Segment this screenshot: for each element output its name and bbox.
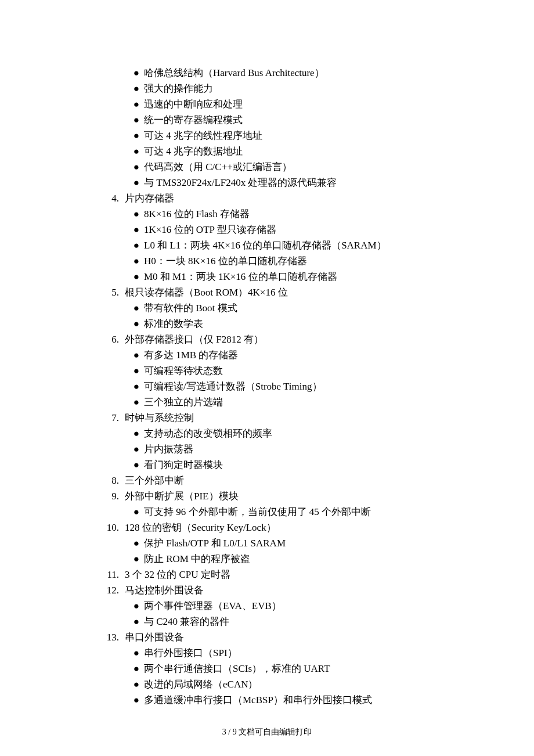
bullet-text: 与 TMS320F24x/LF240x 处理器的源代码兼容 [144, 175, 470, 190]
bullet-text: 代码高效（用 C/C++或汇编语言） [144, 159, 470, 175]
bullet-item: ●迅速的中断响应和处理 [99, 96, 470, 112]
bullet-icon: ● [99, 645, 144, 661]
numbered-item: 13.串口外围设备 [99, 629, 470, 645]
bullet-text: 多通道缓冲串行接口（McBSP）和串行外围接口模式 [144, 692, 470, 708]
item-title: 外部存储器接口（仅 F2812 有） [125, 332, 470, 347]
bullet-item: ●1K×16 位的 OTP 型只读存储器 [99, 222, 470, 237]
bullet-item: ●可编程等待状态数 [99, 363, 470, 379]
bullet-text: 可达 4 兆字的数据地址 [144, 143, 470, 159]
bullet-text: 可达 4 兆字的线性程序地址 [144, 128, 470, 143]
bullet-icon: ● [99, 65, 144, 81]
bullet-text: H0：一块 8K×16 位的单口随机存储器 [144, 253, 470, 269]
bullet-icon: ● [99, 692, 144, 708]
bullet-text: 与 C240 兼容的器件 [144, 614, 470, 629]
bullet-text: 三个独立的片选端 [144, 394, 470, 410]
bullet-icon: ● [99, 300, 144, 316]
bullet-icon: ● [99, 551, 144, 567]
numbered-item: 11.3 个 32 位的 CPU 定时器 [99, 567, 470, 582]
item-number: 10. [99, 520, 125, 535]
bullet-item: ●与 C240 兼容的器件 [99, 614, 470, 629]
bullet-icon: ● [99, 222, 144, 237]
bullet-item: ●标准的数学表 [99, 316, 470, 332]
bullet-text: M0 和 M1：两块 1K×16 位的单口随机存储器 [144, 269, 470, 285]
item-number: 8. [99, 473, 125, 488]
bullet-text: 可编程读/写选通计数器（Strobe Timing） [144, 379, 470, 394]
page-footer: 3 / 9 文档可自由编辑打印 [0, 724, 534, 740]
bullet-item: ●哈佛总线结构（Harvard Bus Architecture） [99, 65, 470, 81]
bullet-item: ●可达 4 兆字的线性程序地址 [99, 128, 470, 143]
item-title: 三个外部中断 [125, 473, 470, 488]
bullet-item: ●统一的寄存器编程模式 [99, 112, 470, 128]
item-title: 128 位的密钥（Security Key/Lock） [125, 520, 470, 535]
numbered-item: 9.外部中断扩展（PIE）模块 [99, 488, 470, 504]
bullet-item: ●M0 和 M1：两块 1K×16 位的单口随机存储器 [99, 269, 470, 285]
numbered-item: 8.三个外部中断 [99, 473, 470, 488]
bullet-text: 两个串行通信接口（SCIs），标准的 UART [144, 661, 470, 676]
bullet-icon: ● [99, 81, 144, 96]
document-content: ●哈佛总线结构（Harvard Bus Architecture）●强大的操作能… [99, 65, 470, 708]
bullet-item: ●看门狗定时器模块 [99, 457, 470, 473]
bullet-item: ●8K×16 位的 Flash 存储器 [99, 206, 470, 222]
bullet-item: ●防止 ROM 中的程序被盗 [99, 551, 470, 567]
bullet-text: 带有软件的 Boot 模式 [144, 300, 470, 316]
bullet-icon: ● [99, 96, 144, 112]
bullet-text: L0 和 L1：两块 4K×16 位的单口随机存储器（SARAM） [144, 237, 470, 253]
bullet-icon: ● [99, 457, 144, 473]
item-number: 6. [99, 332, 125, 347]
bullet-item: ●多通道缓冲串行接口（McBSP）和串行外围接口模式 [99, 692, 470, 708]
bullet-item: ●片内振荡器 [99, 441, 470, 457]
bullet-item: ●保护 Flash/OTP 和 L0/L1 SARAM [99, 535, 470, 551]
bullet-item: ●可达 4 兆字的数据地址 [99, 143, 470, 159]
bullet-text: 强大的操作能力 [144, 81, 470, 96]
bullet-text: 看门狗定时器模块 [144, 457, 470, 473]
bullet-icon: ● [99, 269, 144, 285]
bullet-icon: ● [99, 316, 144, 332]
item-title: 串口外围设备 [125, 629, 470, 645]
bullet-item: ●H0：一块 8K×16 位的单口随机存储器 [99, 253, 470, 269]
bullet-icon: ● [99, 159, 144, 175]
bullet-icon: ● [99, 206, 144, 222]
bullet-item: ●三个独立的片选端 [99, 394, 470, 410]
bullet-icon: ● [99, 379, 144, 394]
bullet-icon: ● [99, 614, 144, 629]
numbered-item: 12.马达控制外围设备 [99, 582, 470, 598]
bullet-icon: ● [99, 143, 144, 159]
numbered-item: 4.片内存储器 [99, 190, 470, 206]
numbered-item: 6.外部存储器接口（仅 F2812 有） [99, 332, 470, 347]
bullet-text: 保护 Flash/OTP 和 L0/L1 SARAM [144, 535, 470, 551]
bullet-text: 8K×16 位的 Flash 存储器 [144, 206, 470, 222]
bullet-icon: ● [99, 112, 144, 128]
bullet-item: ●代码高效（用 C/C++或汇编语言） [99, 159, 470, 175]
bullet-item: ●串行外围接口（SPI） [99, 645, 470, 661]
bullet-item: ●L0 和 L1：两块 4K×16 位的单口随机存储器（SARAM） [99, 237, 470, 253]
bullet-text: 有多达 1MB 的存储器 [144, 347, 470, 363]
bullet-text: 可编程等待状态数 [144, 363, 470, 379]
item-title: 根只读存储器（Boot ROM）4K×16 位 [125, 285, 470, 300]
item-number: 12. [99, 582, 125, 598]
bullet-item: ●强大的操作能力 [99, 81, 470, 96]
bullet-text: 支持动态的改变锁相环的频率 [144, 426, 470, 441]
bullet-item: ●两个事件管理器（EVA、EVB） [99, 598, 470, 614]
bullet-text: 统一的寄存器编程模式 [144, 112, 470, 128]
bullet-icon: ● [99, 504, 144, 520]
bullet-icon: ● [99, 253, 144, 269]
bullet-icon: ● [99, 426, 144, 441]
bullet-icon: ● [99, 535, 144, 551]
item-number: 9. [99, 488, 125, 504]
item-title: 片内存储器 [125, 190, 470, 206]
bullet-icon: ● [99, 237, 144, 253]
bullet-item: ●支持动态的改变锁相环的频率 [99, 426, 470, 441]
bullet-text: 改进的局域网络（eCAN） [144, 676, 470, 692]
bullet-text: 防止 ROM 中的程序被盗 [144, 551, 470, 567]
bullet-icon: ● [99, 676, 144, 692]
bullet-icon: ● [99, 363, 144, 379]
bullet-item: ●两个串行通信接口（SCIs），标准的 UART [99, 661, 470, 676]
numbered-item: 10.128 位的密钥（Security Key/Lock） [99, 520, 470, 535]
bullet-icon: ● [99, 661, 144, 676]
item-title: 时钟与系统控制 [125, 410, 470, 426]
bullet-icon: ● [99, 175, 144, 190]
bullet-text: 可支持 96 个外部中断，当前仅使用了 45 个外部中断 [144, 504, 470, 520]
item-title: 3 个 32 位的 CPU 定时器 [125, 567, 470, 582]
bullet-item: ●带有软件的 Boot 模式 [99, 300, 470, 316]
bullet-text: 两个事件管理器（EVA、EVB） [144, 598, 470, 614]
